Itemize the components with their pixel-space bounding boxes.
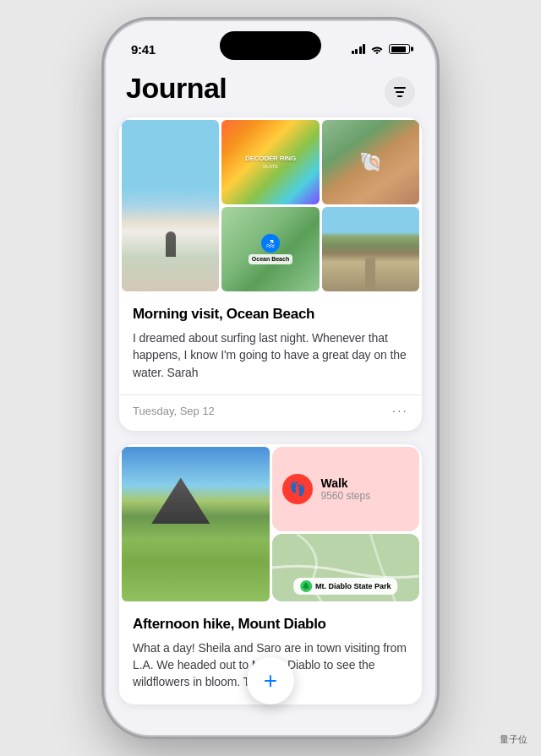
shell-photo	[322, 120, 419, 204]
signal-icon	[352, 44, 366, 54]
cards-container: DECODER RING SLATE 🏖	[106, 117, 435, 704]
card2-image-grid: 👣 Walk 9560 steps	[119, 444, 422, 604]
card1-body: I dreamed about surfing last night. When…	[133, 329, 408, 381]
walk-info: Walk 9560 steps	[321, 476, 371, 502]
diablo-map: 🌲 Mt. Diablo State Park	[272, 534, 420, 601]
ocean-beach-map: 🏖 Ocean Beach	[221, 207, 319, 291]
beach-photo-cell	[122, 120, 219, 291]
podcast-title: DECODER RING	[245, 155, 296, 163]
card1-image-grid: DECODER RING SLATE 🏖	[119, 117, 422, 294]
new-entry-fab[interactable]: +	[247, 657, 294, 704]
dynamic-island	[220, 31, 321, 60]
journal-card-1[interactable]: DECODER RING SLATE 🏖	[119, 117, 422, 431]
map-location-label: Ocean Beach	[249, 254, 292, 264]
card1-date: Tuesday, Sep 12	[133, 405, 215, 417]
meadow-photo-cell	[122, 447, 270, 601]
beach-photo	[122, 120, 219, 291]
diablo-map-label: 🌲 Mt. Diablo State Park	[293, 578, 398, 595]
page-wrapper: 9:41	[0, 0, 541, 756]
road-photo-cell	[322, 207, 419, 291]
phone-frame: 9:41	[106, 21, 435, 735]
status-icons	[352, 44, 411, 54]
status-bar: 9:41	[106, 21, 435, 65]
podcast-subtitle: SLATE	[263, 164, 279, 169]
walk-icon: 👣	[282, 474, 313, 504]
watermark: 量子位	[500, 733, 527, 746]
walk-tile: 👣 Walk 9560 steps	[272, 447, 420, 531]
screen: 9:41	[106, 21, 435, 735]
filter-icon	[394, 87, 406, 97]
plus-icon: +	[264, 667, 277, 694]
shell-photo-cell	[322, 120, 419, 204]
card1-title: Morning visit, Ocean Beach	[133, 306, 408, 323]
map-cell-2: 🌲 Mt. Diablo State Park	[272, 534, 420, 601]
road-photo	[322, 207, 419, 291]
map-cell-1: 🏖 Ocean Beach	[221, 207, 319, 291]
walk-steps: 9560 steps	[321, 490, 371, 502]
battery-icon	[389, 44, 410, 54]
card1-footer: Tuesday, Sep 12 ···	[119, 394, 422, 431]
status-time: 9:41	[131, 42, 156, 57]
walk-label: Walk	[321, 476, 371, 490]
filter-button[interactable]	[385, 77, 415, 107]
app-header: Journal	[106, 65, 435, 117]
card1-text: Morning visit, Ocean Beach I dreamed abo…	[119, 294, 422, 394]
podcast-cover-cell: DECODER RING SLATE	[221, 120, 319, 204]
diablo-label-text: Mt. Diablo State Park	[315, 582, 391, 590]
wifi-icon	[370, 44, 384, 54]
app-content[interactable]: Journal	[106, 65, 435, 735]
card2-title: Afternoon hike, Mount Diablo	[133, 616, 408, 633]
card1-more-button[interactable]: ···	[392, 404, 408, 419]
watermark-text: 量子位	[500, 733, 527, 746]
podcast-cover: DECODER RING SLATE	[221, 120, 319, 204]
meadow-photo	[122, 447, 270, 601]
map-pin-icon: 🏖	[261, 234, 280, 253]
app-title: Journal	[126, 72, 227, 105]
diablo-pin-icon: 🌲	[300, 580, 312, 592]
